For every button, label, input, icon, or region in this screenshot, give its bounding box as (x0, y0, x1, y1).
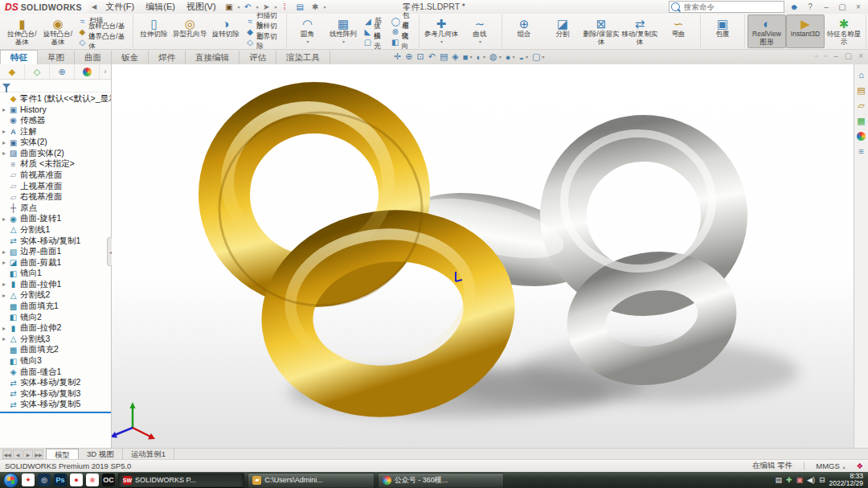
command-search-box[interactable]: ▾ (669, 1, 784, 13)
tree-item-分割线2[interactable]: ▸△分割线2 (0, 290, 111, 301)
expand-arrow-icon[interactable]: ▸ (0, 335, 8, 342)
doc-tab-3d-视图[interactable]: 3D 视图 (79, 449, 123, 460)
tree-item-曲面-拉伸2[interactable]: ▸▮曲面-拉伸2 (0, 322, 111, 334)
ribbon-button-extrude-boss[interactable]: ▮拉伸凸台/基体 (4, 14, 40, 48)
app-dark-icon[interactable]: OC (102, 474, 115, 486)
tree-item-曲面-缝合1[interactable]: ◈曲面-缝合1 (0, 367, 111, 378)
ribbon-button-hole-wizard[interactable]: ◎异型孔向导 (172, 14, 208, 48)
tree-item-前视基准面[interactable]: ▱前视基准面 (0, 170, 111, 181)
tree-item-history[interactable]: ▸▣History (0, 105, 111, 116)
hide-show-items-icon[interactable]: ◍▾ (489, 51, 502, 62)
curves-dropdown-icon[interactable]: ▾ (479, 39, 481, 47)
taskbar-window-c-users-admini-[interactable]: ▰C:\Users\Admini... (248, 473, 374, 488)
zoom-area-icon[interactable]: ⊕ (405, 51, 412, 62)
tree-item-实体-2-[interactable]: ▸▣实体(2) (0, 137, 111, 148)
browser-circle-icon[interactable]: ◎ (38, 474, 51, 486)
ribbon-button-revolved-cut[interactable]: ◑旋转切除 (208, 14, 244, 48)
tab-草图[interactable]: 草图 (38, 51, 75, 64)
tab-曲面[interactable]: 曲面 (75, 51, 112, 64)
tab-特征[interactable]: 特征 (0, 50, 38, 64)
graphics-viewport[interactable] (112, 64, 854, 448)
ribbon-button-reference-geometry[interactable]: ✚参考几何体▾ (422, 14, 461, 48)
expand-arrow-icon[interactable]: ▸ (0, 128, 8, 135)
linear-pattern-dropdown-icon[interactable]: ▾ (342, 39, 345, 47)
tree-item-镜向3[interactable]: ◧镜向3 (0, 355, 111, 367)
ribbon-button-delete-keep-body[interactable]: ⊠删除/保留实体 (582, 14, 620, 48)
ribbon-button-curves[interactable]: ∼曲线▾ (461, 14, 499, 48)
menu-文件-f-[interactable]: 文件(F) (100, 0, 140, 14)
ribbon-button-split[interactable]: ◪分割 (543, 14, 582, 48)
tree-item-曲面-拉伸1[interactable]: ▸▮曲面-拉伸1 (0, 279, 111, 290)
expand-arrow-icon[interactable]: ▸ (0, 281, 8, 288)
doc-minimize-icon[interactable]: – (833, 51, 838, 60)
hide-show-items-icon-dropdown[interactable]: ▾ (499, 54, 502, 59)
tab-焊件[interactable]: 焊件 (149, 51, 186, 64)
expand-arrow-icon[interactable]: ▸ (0, 325, 8, 332)
display-style-icon-dropdown[interactable]: ▾ (483, 54, 485, 59)
minimize-button[interactable]: – (820, 2, 833, 12)
units-selector[interactable]: MMGS ▴ (816, 461, 845, 470)
view-orientation-icon[interactable]: ■▾ (463, 52, 473, 62)
file-properties-icon[interactable]: ▤ (293, 2, 307, 12)
expand-arrow-icon[interactable]: ▸ (0, 248, 8, 256)
tree-item-镜向2[interactable]: ◧镜向2 (0, 312, 111, 323)
av-tray-icon[interactable]: ▣ (796, 476, 803, 484)
expand-arrow-icon[interactable]: ▸ (0, 150, 8, 157)
app-360-icon[interactable]: ✦ (22, 474, 35, 486)
reference-geometry-dropdown-icon[interactable]: ▾ (440, 39, 443, 47)
ribbon-button-move-copy-body[interactable]: ⇄移动/复制实体 (620, 14, 659, 48)
login-icon[interactable]: ☻ (788, 2, 800, 12)
view-palette-icon[interactable]: ▦ (857, 117, 865, 125)
tree-item-上视基准面[interactable]: ▱上视基准面 (0, 181, 111, 192)
tree-item-传感器[interactable]: ◉传感器 (0, 115, 111, 126)
tree-item-实体-移动-复制2[interactable]: ⇄实体-移动/复制2 (0, 377, 111, 388)
tree-filter-row[interactable] (0, 80, 111, 92)
menu-视图-v-[interactable]: 视图(V) (181, 0, 222, 14)
tab-nav-first-icon[interactable]: ◀◀ (2, 449, 12, 459)
doc-new-window-icon[interactable]: ▫ (825, 51, 828, 60)
tree-item-零件1-默认-默认-_显示状态-1-[interactable]: ◆零件1 (默认<<默认>_显示状态 1>) (0, 93, 111, 105)
expand-arrow-icon[interactable]: ▸ (0, 259, 8, 266)
ribbon-button-fillet[interactable]: ◠圆角▾ (289, 14, 326, 48)
stamp-tool-icon-dropdown[interactable]: ▾ (238, 4, 240, 10)
network-tray-icon[interactable]: ⊟ (819, 476, 825, 484)
panel-expand-arrow-icon[interactable]: › (100, 68, 111, 76)
tree-item-注解[interactable]: ▸A注解 (0, 126, 111, 137)
annotation-view-icon[interactable]: ◈ (452, 51, 458, 62)
view-settings-icon-dropdown[interactable]: ▾ (542, 54, 544, 59)
help-button[interactable]: ? (804, 2, 817, 12)
doc-restore-icon[interactable]: ▫ (815, 51, 818, 60)
doc-tab-运动算例1[interactable]: 运动算例1 (123, 449, 174, 460)
tree-item-曲面-旋转1[interactable]: ▸◉曲面-旋转1 (0, 214, 111, 225)
tree-item-分割线1[interactable]: △分割线1 (0, 224, 111, 236)
tab-直接编辑[interactable]: 直接编辑 (186, 51, 240, 64)
options-gear-icon-dropdown[interactable]: ▾ (324, 4, 326, 10)
view-orientation-icon-dropdown[interactable]: ▾ (469, 54, 472, 59)
ribbon-button-wrap2[interactable]: ▣包覆 (703, 14, 742, 48)
edit-appearance-icon-dropdown[interactable]: ▾ (512, 54, 514, 59)
tree-item-右视基准面[interactable]: ▱右视基准面 (0, 191, 111, 203)
expand-arrow-icon[interactable]: ▸ (0, 215, 8, 223)
tree-item-实体-移动-复制5[interactable]: ⇄实体-移动/复制5 (0, 400, 111, 411)
ribbon-button-boundary-cut[interactable]: ◇边界切除 (244, 37, 284, 47)
file-explorer-icon[interactable]: ▱ (858, 101, 864, 110)
expand-arrow-icon[interactable]: ▸ (0, 139, 8, 146)
tree-item-曲面实体-2-[interactable]: ▸▨曲面实体(2) (0, 148, 111, 159)
search-input[interactable] (682, 2, 792, 12)
taskbar-window-solidworks-p-[interactable]: SWSOLIDWORKS P... (118, 473, 244, 488)
doc-restore-down-icon[interactable]: ▢ (845, 51, 852, 60)
edit-appearance-icon[interactable]: ●▾ (506, 52, 515, 62)
ribbon-button-extruded-cut[interactable]: ▯拉伸切除 (136, 14, 172, 48)
tree-item-材质-未指定-[interactable]: ≡材质 <未指定> (0, 159, 111, 170)
close-button[interactable]: × (852, 2, 865, 12)
menu-collapse-icon[interactable]: ◀ (88, 3, 100, 10)
tree-item-实体-移动-复制1[interactable]: ⇄实体-移动/复制1 (0, 236, 111, 247)
menu-编辑-e-[interactable]: 编辑(E) (140, 0, 181, 14)
zoom-fit-icon[interactable]: ✛ (394, 51, 401, 62)
tree-item-分割线3[interactable]: ▸△分割线3 (0, 334, 111, 345)
ribbon-button-mirror[interactable]: ◧镜向 (389, 37, 416, 47)
apply-scene-icon-dropdown[interactable]: ▾ (526, 54, 528, 59)
tree-item-曲面填充1[interactable]: ▩曲面填充1 (0, 301, 111, 312)
tab-渲染工具[interactable]: 渲染工具 (276, 51, 330, 64)
property-manager-tab[interactable]: ◇ (25, 64, 50, 79)
